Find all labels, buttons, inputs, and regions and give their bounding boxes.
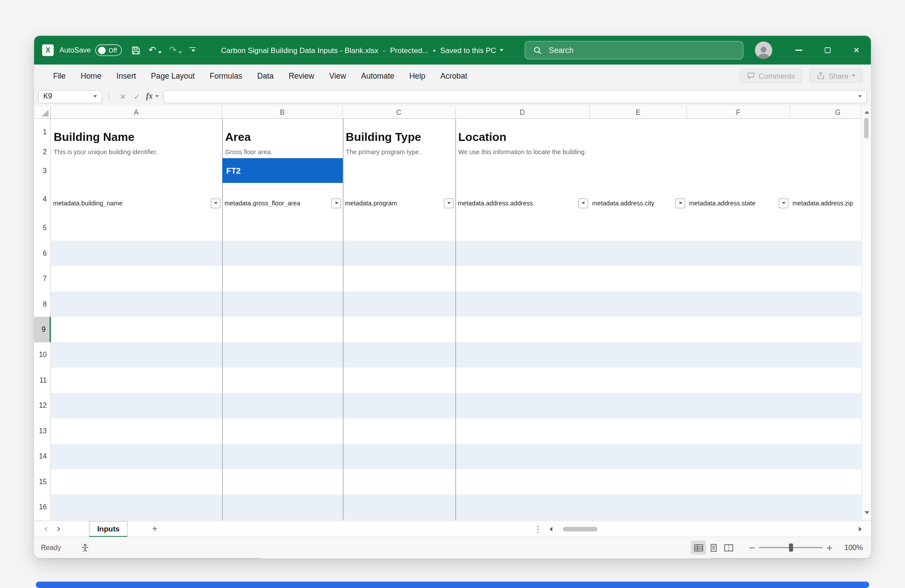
menu-tab-review[interactable]: Review [281,64,322,87]
row-header-6[interactable]: 6 [34,241,51,266]
select-all-button[interactable] [34,106,51,119]
zoom-in-button[interactable]: + [824,543,835,552]
column-header-b[interactable]: B [222,106,343,119]
formula-bar-handle[interactable]: ⋮ [106,92,113,100]
menu-tab-view[interactable]: View [322,64,354,87]
horizontal-scrollbar[interactable] [549,521,862,537]
save-button[interactable] [131,46,141,55]
close-button[interactable]: ✕ [842,36,871,64]
menu-tab-home[interactable]: Home [73,64,109,87]
row-header-15[interactable]: 15 [34,469,51,494]
page-layout-view-button[interactable] [706,541,721,554]
sheet-cells[interactable]: Building Name Area Building Type Locatio… [51,119,861,520]
zoom-level[interactable]: 100% [841,543,863,551]
field-dropdown-button[interactable] [331,198,341,208]
cell-c4-field[interactable]: metadata.program [343,183,456,215]
excel-app-icon[interactable]: X [42,45,53,56]
enter-entry-button[interactable]: ✓ [130,92,144,101]
formula-input[interactable] [163,90,867,103]
horizontal-scrollbar-thumb[interactable] [563,527,597,531]
cell-d2-description[interactable]: We use this information to locate the bu… [456,145,586,158]
normal-view-button[interactable] [691,541,706,554]
maximize-button[interactable] [813,36,842,64]
cell-b4-field[interactable]: metadata.gross_floor_area [222,183,343,215]
row-header-8[interactable]: 8 [34,292,51,317]
row-header-9-selected[interactable]: 9 [34,317,51,342]
accessibility-icon[interactable] [80,543,89,552]
row-header-7[interactable]: 7 [34,266,51,291]
tab-bar-menu-icon[interactable]: ⋮ [534,521,542,537]
column-header-g[interactable]: G [790,106,861,119]
menu-tab-insert[interactable]: Insert [109,64,144,87]
name-box[interactable]: K9 [38,90,102,103]
vertical-scrollbar-thumb[interactable] [864,118,868,138]
column-header-a[interactable]: A [51,106,222,119]
cell-a1-title[interactable]: Building Name [51,119,134,145]
expand-formula-bar-icon[interactable] [858,95,862,98]
cell-a2-description[interactable]: This is your unique building identifier. [51,145,158,158]
cell-g4-field[interactable]: metadata.address.zip [790,183,861,215]
menu-tab-file[interactable]: File [46,64,73,87]
undo-button[interactable]: ↶ [148,46,161,55]
row-header-16[interactable]: 16 [34,494,51,520]
column-header-c[interactable]: C [343,106,456,119]
cell-a4-field[interactable]: metadata.building_name [51,183,222,215]
customize-quick-access-button[interactable] [189,47,195,53]
zoom-slider-thumb[interactable] [789,543,793,551]
insert-function-button[interactable]: fx [146,92,158,101]
row-header-11[interactable]: 11 [34,368,51,393]
row-header-12[interactable]: 12 [34,393,51,418]
row-header-2[interactable]: 2 [34,145,51,158]
menu-tab-page-layout[interactable]: Page Layout [144,64,202,87]
scroll-right-icon[interactable] [859,527,862,531]
field-dropdown-button[interactable] [211,198,221,208]
window-title[interactable]: Carbon Signal Building Data Inputs - Bla… [221,36,503,64]
cell-c2-description[interactable]: The primary program type. [343,145,421,158]
cell-d1-title[interactable]: Location [456,119,506,145]
row-header-10[interactable]: 10 [34,342,51,368]
minimize-button[interactable] [784,36,813,64]
autosave-toggle[interactable]: Off [95,45,122,56]
cell-b1-title[interactable]: Area [222,119,251,145]
field-dropdown-button[interactable] [779,198,788,208]
sheet-tab-inputs[interactable]: Inputs [89,521,128,537]
cell-e4-field[interactable]: metadata.address.city [590,183,687,215]
row-header-5[interactable]: 5 [34,215,51,240]
add-sheet-button[interactable]: + [152,524,157,534]
menu-tab-acrobat[interactable]: Acrobat [433,64,475,87]
menu-tab-automate[interactable]: Automate [354,64,402,87]
zoom-out-button[interactable]: − [746,543,758,552]
vertical-scrollbar[interactable] [861,106,871,520]
cell-d4-field[interactable]: metadata.address.address [456,183,590,215]
cancel-entry-button[interactable]: ✕ [116,92,130,101]
scroll-down-icon[interactable] [864,511,869,514]
scroll-left-icon[interactable] [549,527,552,531]
user-avatar[interactable] [755,42,772,59]
row-header-3[interactable]: 3 [34,158,51,183]
menu-tab-help[interactable]: Help [402,64,433,87]
menu-tab-formulas[interactable]: Formulas [202,64,250,87]
scroll-up-icon[interactable] [864,111,869,114]
comments-button[interactable]: Comments [740,68,802,83]
field-dropdown-button[interactable] [578,198,588,208]
column-header-e[interactable]: E [590,106,687,119]
column-header-d[interactable]: D [456,106,590,119]
field-dropdown-button[interactable] [444,198,453,208]
horizontal-scrollbar-track[interactable] [556,526,856,532]
page-break-preview-button[interactable] [721,541,736,554]
zoom-slider[interactable] [759,541,823,554]
cell-b2-description[interactable]: Gross floor area. [222,145,273,158]
redo-button[interactable]: ↷ [169,46,182,55]
field-dropdown-button[interactable] [675,198,685,208]
row-header-13[interactable]: 13 [34,418,51,444]
menu-tab-data[interactable]: Data [250,64,281,87]
search-box[interactable]: Search [525,41,743,60]
cell-c1-title[interactable]: Building Type [343,119,421,145]
next-sheet-button[interactable]: › [52,524,65,534]
cell-b3-unit-selected[interactable]: FT2 [222,158,343,183]
previous-sheet-button[interactable]: ‹ [40,524,52,534]
cell-f4-field[interactable]: metadata.address.state [687,183,790,215]
row-header-1[interactable]: 1 [34,119,51,145]
row-header-14[interactable]: 14 [34,444,51,469]
share-button[interactable]: Share [810,68,863,83]
